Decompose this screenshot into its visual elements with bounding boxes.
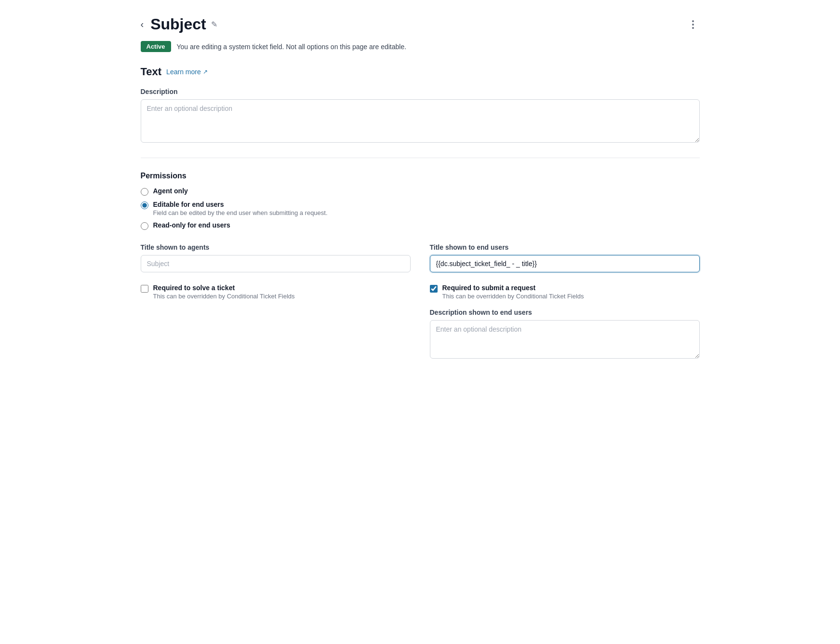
description-label: Description xyxy=(141,88,700,95)
editable-end-users-sublabel: Field can be edited by the end user when… xyxy=(153,209,328,216)
type-section: Text Learn more ↗ xyxy=(141,66,700,78)
permissions-title: Permissions xyxy=(141,172,700,180)
active-banner: Active You are editing a system ticket f… xyxy=(141,41,700,52)
required-submit-label: Required to submit a request xyxy=(442,284,536,292)
learn-more-link[interactable]: Learn more ↗ xyxy=(166,68,208,76)
required-solve-checkbox[interactable] xyxy=(141,285,148,293)
type-label: Text xyxy=(141,66,162,78)
required-solve-row[interactable]: Required to solve a ticket This can be o… xyxy=(141,284,411,300)
editable-end-users-radio[interactable] xyxy=(141,201,148,209)
back-button[interactable]: ‹ xyxy=(141,19,144,30)
required-submit-row[interactable]: Required to submit a request This can be… xyxy=(430,284,700,300)
active-badge: Active xyxy=(141,41,171,52)
edit-icon[interactable]: ✎ xyxy=(211,20,217,29)
title-agents-input[interactable] xyxy=(141,255,411,272)
permissions-section: Permissions Agent only Editable for end … xyxy=(141,172,700,230)
more-options-button[interactable] xyxy=(686,18,700,31)
banner-message: You are editing a system ticket field. N… xyxy=(177,43,407,51)
required-solve-col: Required to solve a ticket This can be o… xyxy=(141,284,411,360)
agent-only-radio[interactable] xyxy=(141,188,148,196)
description-textarea[interactable] xyxy=(141,99,700,143)
title-end-users-label: Title shown to end users xyxy=(430,243,700,251)
title-end-users-col: Title shown to end users xyxy=(430,243,700,272)
required-submit-sublabel: This can be overridden by Conditional Ti… xyxy=(442,293,584,300)
radio-editable-end-users[interactable]: Editable for end users Field can be edit… xyxy=(141,201,700,216)
required-submit-col: Required to submit a request This can be… xyxy=(430,284,700,360)
required-solve-label: Required to solve a ticket xyxy=(153,284,235,292)
title-end-users-input[interactable] xyxy=(430,255,700,272)
editable-end-users-label: Editable for end users xyxy=(153,201,224,208)
required-solve-sublabel: This can be overridden by Conditional Ti… xyxy=(153,293,295,300)
agent-only-label: Agent only xyxy=(153,187,188,195)
external-link-icon: ↗ xyxy=(203,68,208,75)
radio-readonly-end-users[interactable]: Read-only for end users xyxy=(141,221,700,230)
description-end-users-textarea[interactable] xyxy=(430,320,700,359)
title-agents-col: Title shown to agents xyxy=(141,243,411,272)
title-agents-label: Title shown to agents xyxy=(141,243,411,251)
description-end-users-section: Description shown to end users xyxy=(430,309,700,360)
radio-agent-only[interactable]: Agent only xyxy=(141,187,700,196)
title-fields-row: Title shown to agents Title shown to end… xyxy=(141,243,700,272)
required-submit-checkbox[interactable] xyxy=(430,285,438,293)
readonly-end-users-radio[interactable] xyxy=(141,222,148,230)
readonly-end-users-label: Read-only for end users xyxy=(153,221,230,229)
description-field-section: Description xyxy=(141,88,700,144)
description-end-users-label: Description shown to end users xyxy=(430,309,700,316)
page-title: Subject xyxy=(150,15,206,33)
required-fields-row: Required to solve a ticket This can be o… xyxy=(141,284,700,360)
divider xyxy=(141,158,700,158)
